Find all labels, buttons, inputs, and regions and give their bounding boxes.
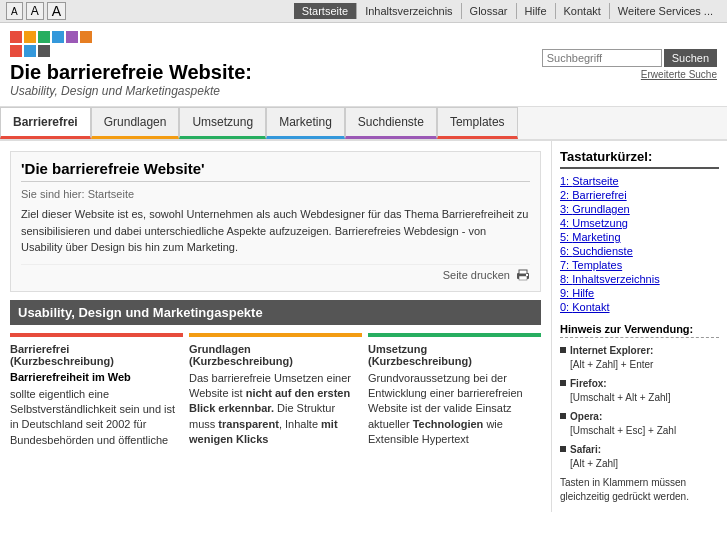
shortcut-1-startseite[interactable]: 1: Startseite (560, 175, 719, 187)
logo-sq2-red (10, 45, 22, 57)
site-subtitle: Usability, Design und Marketingaspekte (10, 84, 542, 98)
print-label: Seite drucken (443, 269, 510, 281)
font-size-controls: A A A (6, 2, 66, 20)
col1-title: Barrierefrei(Kurzbeschreibung) (10, 343, 183, 367)
logo-sq-red (10, 31, 22, 43)
logo-sq-purple (66, 31, 78, 43)
sidebar: Tastaturkürzel: 1: Startseite 2: Barrier… (552, 141, 727, 512)
shortcuts-title: Tastaturkürzel: (560, 149, 719, 169)
logo-sq-green (38, 31, 50, 43)
hint-firefox-text: Firefox:[Umschalt + Alt + Zahl] (570, 377, 671, 405)
tab-suchdienste[interactable]: Suchdienste (345, 107, 437, 139)
tab-grundlagen[interactable]: Grundlagen (91, 107, 180, 139)
col1-text: sollte eigentlich eine Selbstverständlic… (10, 387, 183, 449)
logo-sq2-dark (38, 45, 50, 57)
search-row: Suchen (542, 49, 717, 67)
logo-squares-row1 (10, 31, 542, 43)
page-title: 'Die barrierefreie Website' (21, 160, 530, 182)
lower-section-title: Usability, Design und Marketingaspekte (10, 300, 541, 325)
hint-opera: Opera:[Umschalt + Esc] + Zahl (560, 410, 719, 438)
logo-squares-row2 (10, 45, 542, 57)
hint-ie-text: Internet Explorer:[Alt + Zahl] + Enter (570, 344, 653, 372)
tab-templates[interactable]: Templates (437, 107, 518, 139)
hint-safari: Safari:[Alt + Zahl] (560, 443, 719, 471)
hint-firefox: Firefox:[Umschalt + Alt + Zahl] (560, 377, 719, 405)
logo-sq-yellow (24, 31, 36, 43)
main-content: 'Die barrierefreie Website' Sie sind hie… (0, 141, 552, 512)
hint-bullet-icon (560, 446, 566, 452)
topnav-kontakt[interactable]: Kontakt (556, 3, 610, 19)
col2-title: Grundlagen(Kurzbeschreibung) (189, 343, 362, 367)
shortcut-7-templates[interactable]: 7: Templates (560, 259, 719, 271)
font-size-large-button[interactable]: A (47, 2, 66, 20)
columns-row: Barrierefrei(Kurzbeschreibung) Barrieref… (10, 333, 541, 455)
lower-section: Usability, Design und Marketingaspekte B… (10, 300, 541, 455)
hint-bullet-icon (560, 347, 566, 353)
shortcut-2-barrierefrei[interactable]: 2: Barrierefrei (560, 189, 719, 201)
shortcut-8-inhaltsverzeichnis[interactable]: 8: Inhaltsverzeichnis (560, 273, 719, 285)
search-button[interactable]: Suchen (664, 49, 717, 67)
svg-rect-2 (519, 276, 527, 280)
tab-umsetzung[interactable]: Umsetzung (179, 107, 266, 139)
logo-sq2-blue (24, 45, 36, 57)
logo-sq-blue (52, 31, 64, 43)
font-size-small-button[interactable]: A (6, 2, 23, 20)
hint-safari-text: Safari:[Alt + Zahl] (570, 443, 618, 471)
col2-text: Das barrierefreie Umsetzen einer Website… (189, 371, 362, 448)
printer-icon (516, 269, 530, 283)
shortcut-3-grundlagen[interactable]: 3: Grundlagen (560, 203, 719, 215)
shortcut-9-hilfe[interactable]: 9: Hilfe (560, 287, 719, 299)
hints-title: Hinweis zur Verwendung: (560, 323, 719, 338)
hint-bullet-icon (560, 380, 566, 386)
logo-sq-orange (80, 31, 92, 43)
topnav-startseite[interactable]: Startseite (294, 3, 357, 19)
site-title: Die barrierefreie Website: (10, 61, 542, 84)
shortcut-4-umsetzung[interactable]: 4: Umsetzung (560, 217, 719, 229)
topnav-glossar[interactable]: Glossar (462, 3, 517, 19)
col-grundlagen: Grundlagen(Kurzbeschreibung) Das barrier… (189, 333, 362, 455)
shortcut-5-marketing[interactable]: 5: Marketing (560, 231, 719, 243)
main-nav: Barrierefrei Grundlagen Umsetzung Market… (0, 107, 727, 141)
tab-barrierefrei[interactable]: Barrierefrei (0, 107, 91, 139)
top-bar: A A A Startseite Inhaltsverzeichnis Glos… (0, 0, 727, 23)
topnav-inhaltsverzeichnis[interactable]: Inhaltsverzeichnis (357, 3, 461, 19)
col-barrierefrei: Barrierefrei(Kurzbeschreibung) Barrieref… (10, 333, 183, 455)
print-row: Seite drucken (21, 264, 530, 283)
top-nav: Startseite Inhaltsverzeichnis Glossar Hi… (294, 3, 721, 19)
content-wrapper: 'Die barrierefreie Website' Sie sind hie… (0, 141, 727, 512)
svg-rect-3 (526, 274, 528, 276)
topnav-weitere[interactable]: Weitere Services ... (610, 3, 721, 19)
tab-marketing[interactable]: Marketing (266, 107, 345, 139)
col1-heading: Barrierefreiheit im Web (10, 371, 183, 383)
hints-note: Tasten in Klammern müssen gleichzeitig g… (560, 476, 719, 504)
breadcrumb: Sie sind hier: Startseite (21, 188, 530, 200)
advanced-search-link[interactable]: Erweiterte Suche (641, 69, 717, 80)
col3-text: Grundvoraussetzung bei der Entwicklung e… (368, 371, 541, 448)
page-title-section: 'Die barrierefreie Website' Sie sind hie… (10, 151, 541, 292)
intro-text: Ziel dieser Website ist es, sowohl Unter… (21, 206, 530, 256)
col3-title: Umsetzung(Kurzbeschreibung) (368, 343, 541, 367)
topnav-hilfe[interactable]: Hilfe (517, 3, 556, 19)
header: Die barrierefreie Website: Usability, De… (0, 23, 727, 107)
font-size-medium-button[interactable]: A (26, 2, 44, 20)
hint-opera-text: Opera:[Umschalt + Esc] + Zahl (570, 410, 676, 438)
logo-area: Die barrierefreie Website: Usability, De… (10, 31, 542, 98)
svg-rect-1 (519, 270, 527, 274)
search-input[interactable] (542, 49, 662, 67)
hint-ie: Internet Explorer:[Alt + Zahl] + Enter (560, 344, 719, 372)
hint-bullet-icon (560, 413, 566, 419)
shortcut-0-kontakt[interactable]: 0: Kontakt (560, 301, 719, 313)
search-area: Suchen Erweiterte Suche (542, 49, 717, 80)
shortcut-6-suchdienste[interactable]: 6: Suchdienste (560, 245, 719, 257)
col-umsetzung: Umsetzung(Kurzbeschreibung) Grundvorauss… (368, 333, 541, 455)
